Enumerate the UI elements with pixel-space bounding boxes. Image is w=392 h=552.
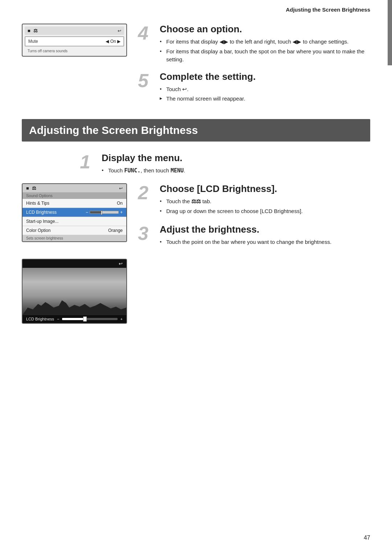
step4-bullet-2: For items that display a bar, touch the …	[160, 48, 370, 64]
camera-screen-1: ■ ⚖ ↩ Mute ◀ On ▶ Turns off camera sound…	[22, 24, 127, 57]
cs2-hints-label: Hints & Tips	[26, 201, 49, 206]
sidebar-bar	[388, 0, 392, 65]
menu-text: MENU	[171, 167, 184, 174]
cs2-row-hints: Hints & Tips On	[23, 199, 126, 208]
brightness-marker	[101, 210, 102, 215]
step5-bullet-1: Touch ↩.	[160, 85, 370, 94]
page-number: 47	[364, 535, 370, 541]
cs3-bar-dot	[83, 316, 87, 322]
back-icon: ↩	[118, 28, 121, 33]
cs2-color-label: Color Option	[26, 228, 50, 233]
cs2-wrench-icon: ⚖	[32, 185, 36, 191]
cs2-row-startup: Start-up Image...	[23, 217, 126, 226]
step4-heading-row: 4 Choose an option. For items that displ…	[138, 24, 370, 65]
step2-content: 2 Choose [LCD Brightness]. Touch the ⚖⚖ …	[138, 183, 370, 252]
cs2-bar-minus: −	[86, 210, 88, 215]
screen1-footer: Turns off camera sounds	[25, 48, 124, 54]
step4-bullets: For items that display ◀▶ to the left an…	[160, 38, 370, 64]
step2-bullet-1: Touch the ⚖⚖ tab.	[160, 197, 370, 206]
cs3-back-icon: ↩	[119, 261, 123, 266]
step3-image-row: ↩ LCD Brightness − +	[22, 259, 370, 324]
cs3-minus: −	[57, 317, 59, 321]
wrench-icon: ⚖	[33, 28, 38, 33]
step1-content: Display the menu. Touch FUNC., then touc…	[102, 152, 370, 176]
step2-heading: Choose [LCD Brightness].	[160, 183, 370, 195]
brightness-bar	[90, 211, 119, 214]
cs2-topbar: ■ ⚖ ↩	[23, 184, 126, 192]
cs2-lcd-bar: − +	[86, 210, 123, 215]
cs3-photo	[23, 268, 126, 315]
step3-bullets: Touch the point on the bar where you wan…	[160, 238, 370, 246]
step4-bullet-1: For items that display ◀▶ to the left an…	[160, 38, 370, 46]
step2-bullets: Touch the ⚖⚖ tab. Drag up or down the sc…	[160, 197, 370, 215]
func-text: FUNC.	[124, 167, 140, 174]
step4-image: ■ ⚖ ↩ Mute ◀ On ▶ Turns off camera sound…	[22, 24, 127, 57]
mute-row: Mute ◀ On ▶	[25, 36, 124, 46]
step3-bullet-1: Touch the point on the bar where you wan…	[160, 238, 370, 246]
step5-bullets: Touch ↩. The normal screen will reappear…	[160, 85, 370, 103]
cs3-bar-track	[62, 318, 117, 320]
header-title: Adjusting the Screen Brightness	[286, 7, 370, 13]
cs2-section-title: Sound Options	[23, 192, 126, 199]
cs2-row-lcd: LCD Brightness − +	[23, 208, 126, 217]
cs2-row-color: Color Option Orange	[23, 226, 126, 235]
step2-details: Choose [LCD Brightness]. Touch the ⚖⚖ ta…	[160, 183, 370, 217]
step3-heading: Adjust the brightness.	[160, 224, 370, 235]
step4-details: Choose an option. For items that display…	[160, 24, 370, 65]
cs2-bar-plus: +	[120, 210, 123, 215]
step3-details: Adjust the brightness. Touch the point o…	[160, 224, 370, 248]
cs3-label: LCD Brightness	[26, 317, 54, 321]
cs3-topbar: ↩	[23, 259, 126, 268]
screen1-icons: ■ ⚖	[28, 28, 38, 33]
mute-control: ◀ On ▶	[106, 39, 121, 44]
cs2-lcd-label: LCD Brightness	[26, 210, 57, 215]
step5-details: Complete the setting. Touch ↩. The norma…	[160, 71, 370, 105]
step5-heading: Complete the setting.	[160, 71, 370, 82]
cs2-camera-icon: ■	[26, 185, 29, 191]
cs2-hints-val: On	[117, 201, 123, 206]
cs3-bar-fill	[62, 318, 84, 320]
step1-bullets: Touch FUNC., then touch MENU.	[102, 167, 370, 175]
step4-row: ■ ⚖ ↩ Mute ◀ On ▶ Turns off camera sound…	[22, 24, 370, 108]
step4-heading: Choose an option.	[160, 24, 370, 35]
camera-screen-3: ↩ LCD Brightness − +	[22, 259, 127, 324]
screen1-topbar: ■ ⚖ ↩	[25, 26, 124, 35]
step3-number: 3	[138, 224, 156, 243]
step5-bullet-2: The normal screen will reappear.	[160, 95, 370, 103]
cs2-topbar-icons: ■ ⚖	[26, 185, 36, 191]
step2-number: 2	[138, 183, 156, 202]
step3-inner-row: 3 Adjust the brightness. Touch the point…	[138, 224, 370, 248]
step2-row: ■ ⚖ ↩ Sound Options Hints & Tips On LCD …	[22, 183, 370, 252]
cs2-footer: Sets screen brightness	[23, 235, 126, 241]
step5-number: 5	[138, 71, 156, 90]
page-header: Adjusting the Screen Brightness	[0, 0, 392, 16]
step1-heading: Display the menu.	[102, 152, 370, 164]
step5-heading-row: 5 Complete the setting. Touch ↩. The nor…	[138, 71, 370, 105]
step4-number: 4	[138, 24, 156, 42]
step1-bullet-1: Touch FUNC., then touch MENU.	[102, 167, 370, 175]
camera-screen-2: ■ ⚖ ↩ Sound Options Hints & Tips On LCD …	[22, 183, 127, 242]
cs3-plus: +	[121, 317, 123, 321]
camera-icon: ■	[28, 28, 30, 33]
step2-inner-row: 2 Choose [LCD Brightness]. Touch the ⚖⚖ …	[138, 183, 370, 217]
wrench-tab-icon: ⚖⚖	[191, 198, 201, 204]
step2-bullet-2: Drag up or down the screen to choose [LC…	[160, 207, 370, 216]
cs2-color-val: Orange	[108, 228, 123, 233]
section-banner: Adjusting the Screen Brightness	[22, 119, 370, 142]
cs2-back-icon: ↩	[119, 186, 123, 191]
step1-number: 1	[80, 152, 98, 171]
step1-row: 1 Display the menu. Touch FUNC., then to…	[80, 152, 370, 176]
mute-label: Mute	[28, 39, 38, 44]
cs3-brightness-bar: LCD Brightness − +	[23, 315, 126, 323]
main-content: ■ ⚖ ↩ Mute ◀ On ▶ Turns off camera sound…	[0, 16, 392, 338]
step2-image: ■ ⚖ ↩ Sound Options Hints & Tips On LCD …	[22, 183, 127, 242]
brightness-fill	[90, 211, 101, 213]
cs3-skyline	[23, 297, 126, 315]
step4-content: 4 Choose an option. For items that displ…	[138, 24, 370, 108]
cs2-startup-label: Start-up Image...	[26, 219, 58, 224]
